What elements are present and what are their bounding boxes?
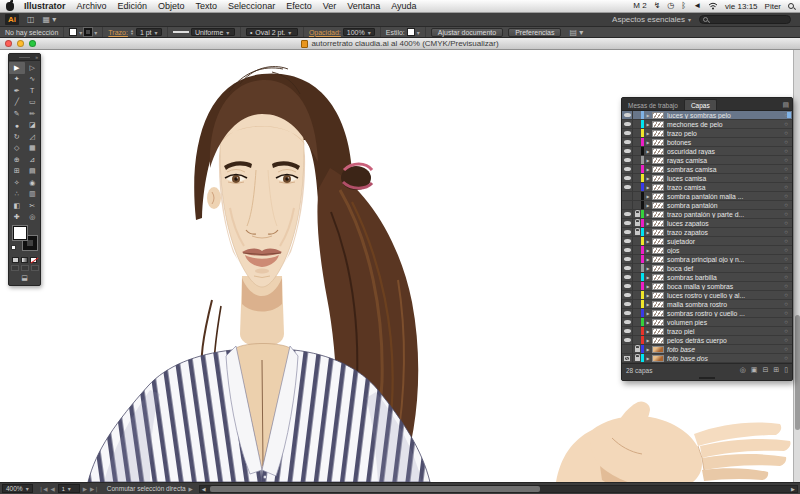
line-segment-tool[interactable]: ╱: [9, 97, 25, 109]
layer-row[interactable]: ▶sombras camisa○: [622, 165, 792, 174]
lock-toggle[interactable]: [633, 327, 641, 335]
lock-toggle[interactable]: [633, 192, 641, 200]
visibility-toggle[interactable]: [622, 111, 633, 119]
expand-triangle-icon[interactable]: ▶: [644, 356, 652, 361]
target-circle-icon[interactable]: ○: [780, 238, 792, 244]
visibility-toggle[interactable]: [622, 201, 633, 209]
layer-row[interactable]: ▶malla sombra rostro○: [622, 300, 792, 309]
target-circle-icon[interactable]: ○: [780, 175, 792, 181]
layer-row[interactable]: ▶trazo camisa○: [622, 183, 792, 192]
locate-object-icon[interactable]: ◎: [740, 366, 746, 374]
layer-name[interactable]: sombras rostro y cuello ...: [667, 310, 780, 317]
lock-toggle[interactable]: [633, 210, 641, 218]
target-circle-icon[interactable]: ○: [780, 202, 792, 208]
lock-toggle[interactable]: [633, 282, 641, 290]
rectangle-tool[interactable]: ▭: [25, 97, 41, 109]
layer-row[interactable]: ▶trazo piel○: [622, 327, 792, 336]
target-circle-icon[interactable]: ○: [780, 148, 792, 154]
layer-name[interactable]: luces zapatos: [667, 220, 780, 227]
expand-triangle-icon[interactable]: ▶: [644, 113, 652, 118]
visibility-toggle[interactable]: [622, 174, 633, 182]
lock-toggle[interactable]: [633, 156, 641, 164]
gradient-mode-button[interactable]: [21, 257, 28, 263]
layer-name[interactable]: trazo camisa: [667, 184, 780, 191]
fit-document-button[interactable]: Ajustar documento: [431, 28, 503, 37]
eraser-tool[interactable]: ◪: [25, 120, 41, 132]
blob-brush-tool[interactable]: ●: [9, 120, 25, 132]
layer-row[interactable]: ▶botones○: [622, 138, 792, 147]
preferences-button[interactable]: Preferencias: [508, 28, 561, 37]
column-graph-tool[interactable]: ▥: [25, 189, 41, 201]
lock-toggle[interactable]: [633, 174, 641, 182]
target-circle-icon[interactable]: ○: [780, 310, 792, 316]
visibility-toggle[interactable]: [622, 309, 633, 317]
target-circle-icon[interactable]: ○: [780, 274, 792, 280]
expand-triangle-icon[interactable]: ▶: [644, 158, 652, 163]
menu-item-edición[interactable]: Edición: [118, 1, 148, 11]
target-circle-icon[interactable]: ○: [780, 184, 792, 190]
layer-name[interactable]: sombra pantalón malla ...: [667, 193, 780, 200]
visibility-toggle[interactable]: [622, 246, 633, 254]
lock-toggle[interactable]: [633, 228, 641, 236]
layer-row[interactable]: ▶rayas camisa○: [622, 156, 792, 165]
layer-name[interactable]: oscuridad rayas: [667, 148, 780, 155]
layer-row[interactable]: ▶pelos detrás cuerpo○: [622, 336, 792, 345]
target-circle-icon[interactable]: ○: [780, 337, 792, 343]
perspective-grid-tool[interactable]: ⊿: [25, 154, 41, 166]
panel-resize-handle[interactable]: [622, 376, 792, 380]
visibility-toggle[interactable]: [622, 192, 633, 200]
layer-row[interactable]: ▶luces y sombras pelo○: [622, 111, 792, 120]
none-mode-button[interactable]: [30, 257, 37, 263]
layer-row[interactable]: ▶sombra pantalón malla ...○: [622, 192, 792, 201]
visibility-toggle[interactable]: [622, 318, 633, 326]
layer-name[interactable]: ojos: [667, 247, 780, 254]
target-circle-icon[interactable]: ○: [780, 355, 792, 361]
target-circle-icon[interactable]: ○: [780, 157, 792, 163]
tools-panel-header[interactable]: »: [9, 54, 40, 61]
lock-toggle[interactable]: [633, 300, 641, 308]
search-input[interactable]: [699, 15, 791, 24]
collapse-panel-icon[interactable]: »: [35, 54, 38, 60]
menu-item-efecto[interactable]: Efecto: [286, 1, 312, 11]
mesh-tool[interactable]: ⊞: [9, 166, 25, 178]
visibility-toggle[interactable]: [622, 264, 633, 272]
layer-name[interactable]: foto base dos: [667, 355, 780, 362]
draw-inside-button[interactable]: [31, 265, 39, 271]
vertical-scrollbar[interactable]: [793, 50, 800, 482]
visibility-toggle[interactable]: [622, 210, 633, 218]
color-mode-button[interactable]: [12, 257, 19, 263]
zoom-level-select[interactable]: 400%▾: [2, 484, 33, 493]
lasso-tool[interactable]: ∿: [25, 74, 41, 86]
delete-layer-icon[interactable]: ▯: [784, 366, 788, 374]
expand-triangle-icon[interactable]: ▶: [644, 176, 652, 181]
new-sublayer-icon[interactable]: ⊟: [762, 366, 768, 374]
opacity-panel-link[interactable]: Opacidad:: [309, 29, 341, 36]
canvas[interactable]: » ▶▷✦∿✒T╱▭✎✏●◪↻◿◇▦⊕⊿⊞▤✧◉∴▥◧✂✚◎ ⬓ Mesas d…: [0, 50, 800, 494]
expand-triangle-icon[interactable]: ▶: [644, 194, 652, 199]
target-circle-icon[interactable]: ○: [780, 346, 792, 352]
expand-triangle-icon[interactable]: ▶: [644, 266, 652, 271]
target-circle-icon[interactable]: ○: [780, 130, 792, 136]
target-circle-icon[interactable]: ○: [780, 283, 792, 289]
layer-row[interactable]: ▶boca malla y sombras○: [622, 282, 792, 291]
visibility-toggle[interactable]: [622, 120, 633, 128]
stroke-profile-select[interactable]: Uniforme▾: [168, 27, 241, 37]
visibility-toggle[interactable]: [622, 228, 633, 236]
target-circle-icon[interactable]: ○: [780, 328, 792, 334]
layer-row[interactable]: ▶oscuridad rayas○: [622, 147, 792, 156]
visibility-toggle[interactable]: [622, 273, 633, 281]
layer-row[interactable]: ▶boca def○: [622, 264, 792, 273]
layer-row[interactable]: ▶sombras rostro y cuello ...○: [622, 309, 792, 318]
layer-name[interactable]: malla sombra rostro: [667, 301, 780, 308]
layer-name[interactable]: trazo pantalón y parte d...: [667, 211, 780, 218]
prev-artboard-icon[interactable]: ◀: [50, 486, 54, 492]
menu-item-ayuda[interactable]: Ayuda: [391, 1, 416, 11]
layer-name[interactable]: foto base: [667, 346, 780, 353]
sync-icon[interactable]: ↯: [654, 1, 661, 11]
lock-toggle[interactable]: [633, 345, 641, 353]
status-popup-icon[interactable]: ▶: [189, 486, 193, 492]
expand-triangle-icon[interactable]: ▶: [644, 320, 652, 325]
expand-triangle-icon[interactable]: ▶: [644, 149, 652, 154]
lock-toggle[interactable]: [633, 138, 641, 146]
target-circle-icon[interactable]: ○: [780, 301, 792, 307]
